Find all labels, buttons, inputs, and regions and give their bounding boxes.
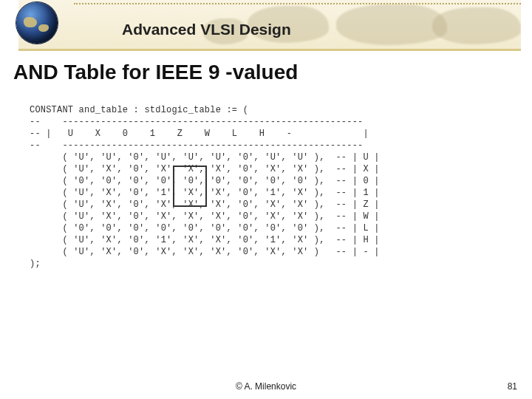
highlight-box: [173, 166, 207, 207]
header-dotted-rule: [74, 3, 521, 4]
map-decor: [432, 7, 521, 44]
map-decor: [336, 4, 447, 45]
code-row-w: ( 'U', 'X', '0', 'X', 'X', 'X', '0', 'X'…: [30, 211, 380, 222]
code-header: -- | U X 0 1 Z W L H - |: [30, 129, 369, 139]
footer-author: © A. Milenkovic: [0, 381, 532, 392]
code-row-h: ( 'U', 'X', '0', '1', 'X', 'X', '0', '1'…: [30, 235, 380, 245]
code-rule: -- -------------------------------------…: [30, 140, 363, 151]
footer-page-number: 81: [508, 381, 517, 392]
code-row-dash: ( 'U', 'X', '0', 'X', 'X', 'X', '0', 'X'…: [30, 247, 380, 257]
code-row-l: ( '0', '0', '0', '0', '0', '0', '0', '0'…: [30, 223, 380, 233]
code-rule: -- -------------------------------------…: [30, 117, 363, 127]
slide-title: AND Table for IEEE 9 -valued: [13, 61, 298, 84]
code-decl: CONSTANT and_table : stdlogic_table := (: [30, 105, 248, 115]
code-row-u: ( 'U', 'U', '0', 'U', 'U', 'U', '0', 'U'…: [30, 152, 380, 163]
code-close: );: [30, 259, 41, 269]
globe-icon: [16, 2, 58, 44]
course-title: Advanced VLSI Design: [122, 21, 291, 38]
